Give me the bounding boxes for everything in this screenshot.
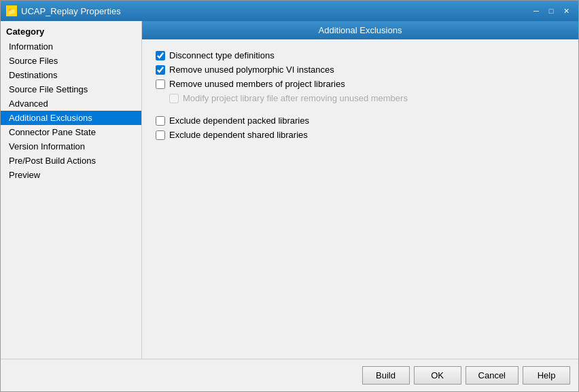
checkbox-row-remove-members: Remove unused members of project librari… — [156, 79, 565, 89]
sidebar-item-preview[interactable]: Preview — [1, 168, 141, 182]
checkbox-row-exclude-packed: Exclude dependent packed libraries — [156, 115, 565, 126]
sidebar-item-source-files[interactable]: Source Files — [1, 54, 141, 68]
main-content: Additional Exclusions Disconnect type de… — [142, 21, 578, 359]
sidebar-item-source-file-settings[interactable]: Source File Settings — [1, 82, 141, 96]
sidebar-item-connector-pane-state[interactable]: Connector Pane State — [1, 125, 141, 139]
checkbox-row-disconnect-type: Disconnect type definitions — [156, 50, 565, 60]
remove-polymorphic-label: Remove unused polymorphic VI instances — [169, 65, 334, 75]
section-header: Additional Exclusions — [142, 21, 578, 39]
sidebar: Category Information Source Files Destin… — [1, 21, 142, 359]
maximize-button[interactable]: □ — [544, 5, 558, 17]
sidebar-item-destinations[interactable]: Destinations — [1, 68, 141, 82]
disconnect-type-checkbox[interactable] — [156, 51, 165, 60]
sidebar-item-additional-exclusions[interactable]: Additional Exclusions — [1, 111, 141, 125]
sidebar-item-information[interactable]: Information — [1, 39, 141, 54]
close-button[interactable]: ✕ — [559, 5, 573, 17]
modify-library-label: Modify project library file after removi… — [183, 93, 408, 103]
section-body: Disconnect type definitions Remove unuse… — [142, 39, 578, 359]
main-window: 📁 UCAP_Replay Properties ─ □ ✕ Category … — [0, 0, 579, 392]
disconnect-type-label: Disconnect type definitions — [169, 50, 275, 60]
checkbox-row-modify-library: Modify project library file after removi… — [169, 93, 565, 103]
exclude-packed-checkbox[interactable] — [156, 116, 165, 126]
ok-button[interactable]: OK — [414, 366, 461, 385]
remove-members-label: Remove unused members of project librari… — [169, 79, 345, 89]
title-bar: 📁 UCAP_Replay Properties ─ □ ✕ — [1, 1, 578, 21]
title-bar-controls: ─ □ ✕ — [529, 5, 573, 17]
category-header: Category — [1, 24, 141, 39]
content-area: Category Information Source Files Destin… — [1, 21, 578, 359]
exclude-shared-label: Exclude dependent shared libraries — [169, 130, 308, 140]
footer: Build OK Cancel Help — [1, 359, 578, 391]
exclude-packed-label: Exclude dependent packed libraries — [169, 115, 309, 126]
sidebar-item-advanced[interactable]: Advanced — [1, 96, 141, 111]
checkbox-row-remove-polymorphic: Remove unused polymorphic VI instances — [156, 65, 565, 75]
window-title: UCAP_Replay Properties — [21, 6, 121, 16]
sidebar-item-pre-post-build-actions[interactable]: Pre/Post Build Actions — [1, 154, 141, 168]
build-button[interactable]: Build — [362, 366, 410, 385]
remove-members-checkbox[interactable] — [156, 79, 165, 89]
cancel-button[interactable]: Cancel — [466, 366, 519, 385]
exclude-shared-checkbox[interactable] — [156, 130, 165, 140]
remove-polymorphic-checkbox[interactable] — [156, 65, 165, 75]
help-button[interactable]: Help — [523, 366, 570, 385]
window-icon: 📁 — [6, 5, 17, 16]
minimize-button[interactable]: ─ — [529, 5, 543, 17]
title-bar-left: 📁 UCAP_Replay Properties — [6, 5, 121, 16]
modify-library-checkbox — [169, 94, 179, 103]
sidebar-item-version-information[interactable]: Version Information — [1, 139, 141, 154]
checkbox-row-exclude-shared: Exclude dependent shared libraries — [156, 130, 565, 140]
